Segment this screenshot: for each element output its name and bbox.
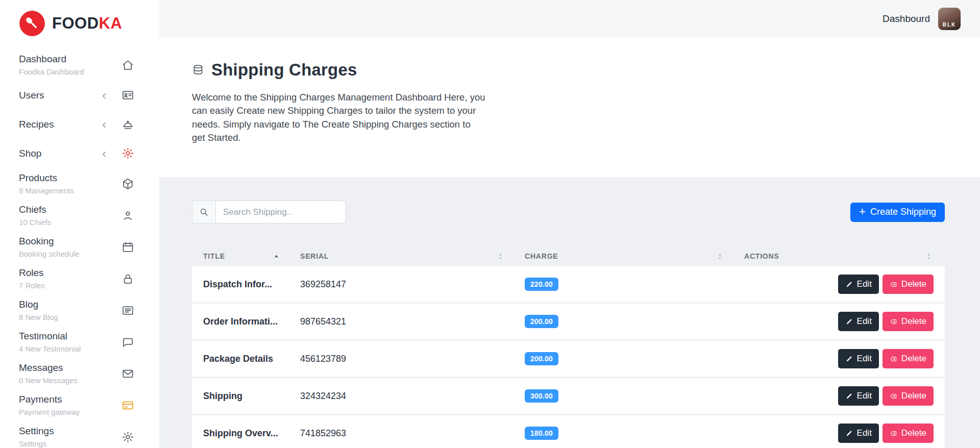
sidebar-item-testimonial[interactable]: Testimonial4 New Testimonial [19,326,134,358]
content-area: + Create Shipping Title Serial Charge Ac… [159,177,980,448]
edit-button[interactable]: Edit [838,275,879,294]
plus-icon: + [859,206,866,217]
sidebar-item-dashboard[interactable]: DashboardFoodka Dashboard [19,49,134,81]
pencil-icon [845,281,853,288]
table-header-row: Title Serial Charge Actions [192,246,945,266]
sidebar-item-subtitle: Foodka Dashboard [19,67,84,77]
sidebar-item-chiefs[interactable]: Chiefs10 Chiefs [19,200,134,231]
brand-name-primary: FOOD [52,14,99,32]
row-title: Shipping Overv... [203,428,300,439]
charge-badge: 300.00 [525,389,558,403]
topbar: Dashbourd BLK [159,0,980,38]
sidebar-item-recipes[interactable]: Recipes ‹ [19,110,134,139]
row-serial: 324324234 [300,391,525,402]
delete-button[interactable]: Delete [883,312,934,331]
sort-icon[interactable] [497,253,504,260]
row-title: Shipping [203,391,300,402]
chat-icon [121,336,134,349]
user-avatar[interactable]: BLK [938,8,961,30]
sidebar-item-label: Settings [19,425,54,437]
chevron-left-icon: ‹ [102,89,106,102]
toolbar: + Create Shipping [192,201,945,223]
foodka-logo-icon [19,10,45,37]
sort-icon[interactable] [925,253,933,260]
edit-button[interactable]: Edit [838,312,879,331]
sidebar-item-messages[interactable]: Messages0 New Messages [19,358,134,389]
sort-icon[interactable] [716,253,724,260]
sidebar-nav: DashboardFoodka Dashboard Users ‹ Recipe… [0,44,159,448]
sidebar-item-roles[interactable]: Roles7 Roles [19,263,134,294]
sidebar-item-settings[interactable]: SettingsSettings [19,421,134,448]
edit-button[interactable]: Edit [838,349,879,368]
row-title: Package Details [203,354,300,364]
sidebar-item-subtitle: Booking schedule [19,249,79,259]
table-row: Package Details 456123789 200.00 Edit De… [192,341,945,377]
row-serial: 741852963 [300,428,525,439]
row-title: Order Informati... [203,316,300,327]
pencil-icon [845,318,853,326]
pencil-icon [845,430,853,437]
sidebar-item-booking[interactable]: BookingBooking schedule [19,231,134,263]
sidebar-item-label: Recipes [19,118,54,131]
row-serial: 456123789 [300,354,525,364]
sidebar-item-subtitle: 8 New Blog [19,312,58,322]
sidebar-item-users[interactable]: Users ‹ [19,81,134,110]
edit-button[interactable]: Edit [838,424,879,443]
delete-button[interactable]: Delete [883,349,934,368]
charge-badge: 220.00 [525,278,558,291]
charge-badge: 180.00 [525,427,558,440]
delete-icon [890,281,897,288]
sidebar-item-label: Roles [19,267,45,279]
sidebar-item-label: Messages [19,362,78,374]
edit-button[interactable]: Edit [838,386,879,406]
delete-button[interactable]: Delete [883,424,934,443]
gear-icon [121,147,134,160]
envelope-icon [121,367,134,380]
create-shipping-button[interactable]: + Create Shipping [850,203,945,222]
delete-button[interactable]: Delete [883,275,934,294]
chef-icon [121,209,134,222]
column-header-title[interactable]: Title [203,252,300,260]
sidebar-item-payments[interactable]: PaymentsPayment gateway [19,389,134,421]
sidebar-item-label: Chiefs [19,204,51,216]
avatar-text: BLK [943,22,957,28]
sidebar-item-blog[interactable]: Blog8 New Blog [19,294,134,326]
search-icon [192,201,216,223]
shipping-charges-icon [192,64,204,76]
sort-asc-icon[interactable] [273,253,280,260]
settings-gear-icon [121,431,134,443]
box-icon [121,178,134,190]
topbar-dashboard-link[interactable]: Dashbourd [883,13,930,24]
table-row: Dispatch Infor... 369258147 220.00 Edit … [192,266,945,302]
sidebar-item-label: Dashboard [19,53,84,65]
brand-logo[interactable]: FOODKA [0,0,159,44]
lock-icon [121,272,134,285]
page-title: Shipping Charges [211,60,357,80]
column-header-actions[interactable]: Actions [744,252,934,260]
delete-icon [890,318,897,326]
table-row: Shipping 324324234 300.00 Edit Delete [192,378,945,414]
create-shipping-label: Create Shipping [870,207,936,217]
column-header-serial[interactable]: Serial [300,252,525,260]
delete-button[interactable]: Delete [883,386,934,406]
sidebar-item-label: Blog [19,298,58,311]
id-card-icon [121,89,134,102]
sidebar-item-subtitle: 10 Chiefs [19,217,51,227]
sidebar-item-label: Products [19,172,74,184]
sidebar-item-products[interactable]: Products8 Managements [19,168,134,200]
delete-icon [890,430,897,437]
credit-card-icon [121,399,134,412]
sidebar-item-subtitle: 0 New Messages [19,376,78,385]
sidebar-item-label: Users [19,89,44,102]
charge-badge: 200.00 [525,315,558,328]
sidebar-item-subtitle: Payment gateway [19,407,80,417]
column-header-charge[interactable]: Charge [525,252,744,260]
home-icon [121,59,134,71]
delete-icon [890,355,897,363]
brand-name-accent: KA [99,14,122,32]
delete-icon [890,392,897,400]
sidebar-item-subtitle: Settings [19,439,54,448]
row-serial: 987654321 [300,316,525,327]
search-input[interactable] [216,201,346,223]
sidebar-item-shop[interactable]: Shop ‹ [19,139,134,168]
